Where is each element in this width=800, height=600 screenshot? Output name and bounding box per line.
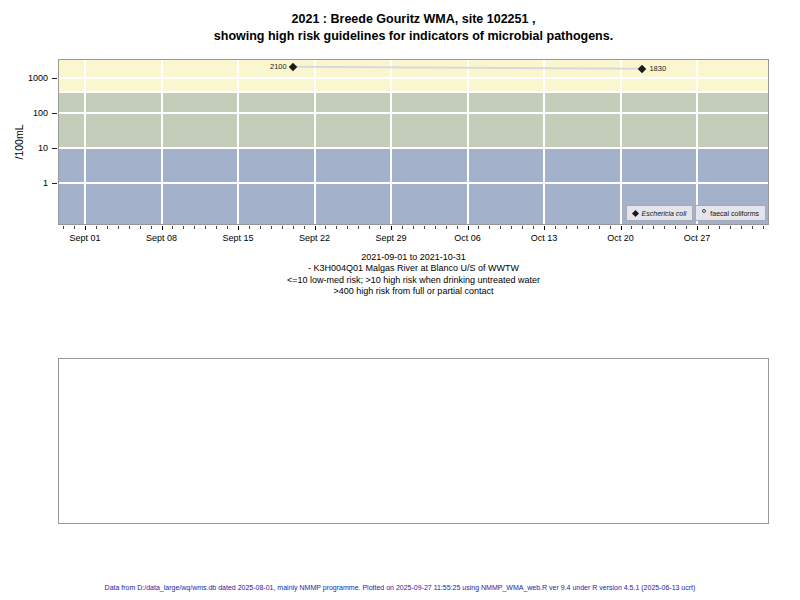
x-minor-tick	[599, 226, 600, 229]
x-minor-tick	[151, 226, 152, 229]
y-tick-10	[52, 148, 57, 149]
y-tick-label-1000: 1000	[28, 73, 48, 83]
x-tick-label-Sept08: Sept 08	[146, 233, 177, 243]
x-tick-label-Oct27: Oct 27	[684, 233, 711, 243]
x-minor-tick	[752, 226, 753, 229]
x-minor-tick	[336, 226, 337, 229]
x-minor-tick	[413, 226, 414, 229]
x-minor-tick	[260, 226, 261, 229]
legend-label-ecoli: Eschericia coli	[642, 210, 687, 217]
x-tick-label-Sept29: Sept 29	[375, 233, 406, 243]
x-minor-tick	[183, 226, 184, 229]
x-minor-tick	[664, 226, 665, 229]
x-minor-tick	[325, 226, 326, 229]
x-minor-tick	[588, 226, 589, 229]
x-minor-tick	[402, 226, 403, 229]
x-minor-tick	[194, 226, 195, 229]
y-tick-1	[52, 183, 57, 184]
x-minor-tick	[446, 226, 447, 229]
x-tick-label-Sept15: Sept 15	[222, 233, 253, 243]
x-minor-tick	[347, 226, 348, 229]
x-minor-tick	[172, 226, 173, 229]
x-tick-Oct27	[697, 226, 698, 230]
empty-second-panel	[58, 358, 769, 524]
x-minor-tick	[118, 226, 119, 229]
chart-title-line2: showing high risk guidelines for indicat…	[58, 28, 769, 45]
x-minor-tick	[424, 226, 425, 229]
chart-legend: Eschericia coli faecal coliforms	[626, 205, 766, 221]
x-minor-tick	[457, 226, 458, 229]
x-minor-tick	[249, 226, 250, 229]
x-minor-tick	[500, 226, 501, 229]
x-tick-Oct13	[544, 226, 545, 230]
x-tick-label-Sept22: Sept 22	[299, 233, 330, 243]
caption-site-name: - K3H004Q01 Malgas River at Blanco U/S o…	[58, 263, 769, 274]
x-minor-tick	[107, 226, 108, 229]
plot-page: 2021 : Breede Gouritz WMA, site 102251 ,…	[0, 0, 800, 600]
x-tick-Sept01	[85, 226, 86, 230]
y-tick-label-100: 100	[33, 108, 48, 118]
plot-area: Eschericia coli faecal coliforms 2100183…	[58, 59, 769, 225]
x-minor-tick	[631, 226, 632, 229]
x-minor-tick	[293, 226, 294, 229]
chart-title: 2021 : Breede Gouritz WMA, site 102251 ,…	[58, 11, 769, 45]
y-tick-label-1: 1	[43, 178, 48, 188]
open-circle-icon	[702, 209, 706, 213]
legend-item-ecoli: Eschericia coli	[626, 205, 694, 221]
x-tick-label-Oct06: Oct 06	[454, 233, 481, 243]
x-minor-tick	[478, 226, 479, 229]
x-minor-tick	[708, 226, 709, 229]
x-minor-tick	[140, 226, 141, 229]
y-tick-100	[52, 113, 57, 114]
x-tick-Sept08	[162, 226, 163, 230]
x-minor-tick	[741, 226, 742, 229]
x-minor-tick	[216, 226, 217, 229]
x-minor-tick	[74, 226, 75, 229]
x-tick-Oct06	[468, 226, 469, 230]
caption-date-range: 2021-09-01 to 2021-10-31	[58, 252, 769, 263]
x-minor-tick	[533, 226, 534, 229]
y-axis: 1101001000	[0, 59, 57, 226]
x-minor-tick	[577, 226, 578, 229]
x-minor-tick	[435, 226, 436, 229]
data-point-value-label: 2100	[270, 63, 287, 71]
x-minor-tick	[227, 226, 228, 229]
x-axis: Sept 01Sept 08Sept 15Sept 22Sept 29Oct 0…	[58, 226, 774, 250]
x-minor-tick	[686, 226, 687, 229]
legend-item-faecal-coliforms: faecal coliforms	[695, 205, 766, 221]
caption-risk-note-1: <=10 low-med risk; >10 high risk when dr…	[58, 275, 769, 286]
x-minor-tick	[129, 226, 130, 229]
x-minor-tick	[642, 226, 643, 229]
footer-provenance-text: Data from D:/data_large/wq/wms.db dated …	[0, 584, 800, 591]
legend-label-faecal-coliforms: faecal coliforms	[710, 210, 759, 217]
x-tick-Sept29	[391, 226, 392, 230]
x-tick-label-Sept01: Sept 01	[69, 233, 100, 243]
x-minor-tick	[271, 226, 272, 229]
caption-risk-note-2: >400 high risk from full or partial cont…	[58, 286, 769, 297]
data-point-value-label: 1830	[649, 65, 666, 73]
x-tick-Sept15	[238, 226, 239, 230]
x-minor-tick	[730, 226, 731, 229]
x-minor-tick	[489, 226, 490, 229]
x-minor-tick	[358, 226, 359, 229]
x-minor-tick	[566, 226, 567, 229]
chart-title-line1: 2021 : Breede Gouritz WMA, site 102251 ,	[58, 11, 769, 28]
series-line	[59, 60, 768, 224]
x-tick-Sept22	[315, 226, 316, 230]
x-minor-tick	[96, 226, 97, 229]
chart-caption: 2021-09-01 to 2021-10-31 - K3H004Q01 Mal…	[58, 252, 769, 297]
y-tick-1000	[52, 78, 57, 79]
x-minor-tick	[282, 226, 283, 229]
x-minor-tick	[522, 226, 523, 229]
x-minor-tick	[380, 226, 381, 229]
x-minor-tick	[369, 226, 370, 229]
x-minor-tick	[304, 226, 305, 229]
x-tick-label-Oct13: Oct 13	[531, 233, 558, 243]
x-minor-tick	[719, 226, 720, 229]
x-minor-tick	[205, 226, 206, 229]
y-tick-label-10: 10	[38, 143, 48, 153]
x-minor-tick	[763, 226, 764, 229]
x-tick-label-Oct20: Oct 20	[607, 233, 634, 243]
x-minor-tick	[653, 226, 654, 229]
x-minor-tick	[555, 226, 556, 229]
